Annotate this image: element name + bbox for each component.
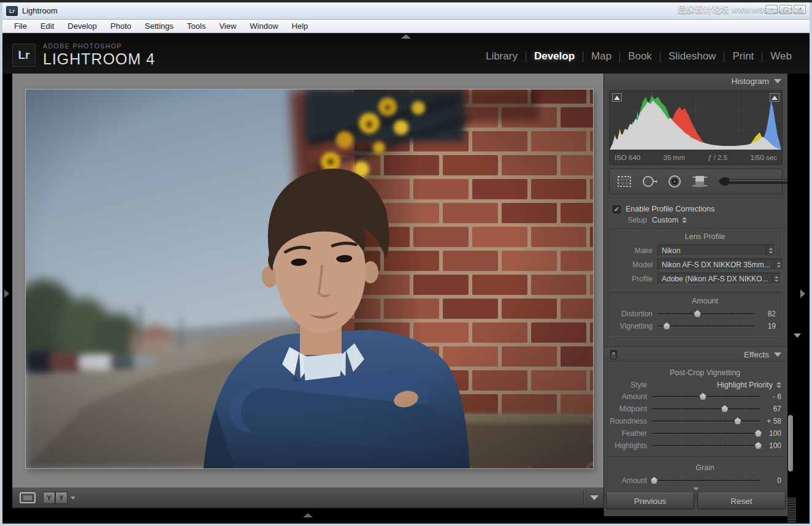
- exif-iso: ISO 640: [615, 154, 640, 161]
- menu-item[interactable]: Tools: [180, 20, 212, 32]
- slider-value: 0: [760, 476, 781, 485]
- slider-value: 82: [755, 310, 776, 318]
- field-label: Profile: [610, 275, 657, 283]
- slider-thumb[interactable]: [694, 310, 701, 317]
- panel-scrollbar-thumb[interactable]: [788, 415, 793, 471]
- slider-value: 100: [760, 441, 781, 450]
- before-after-dropdown-icon[interactable]: [71, 497, 75, 500]
- slider-track[interactable]: [652, 429, 760, 438]
- brand-line1: ADOBE PHOTOSHOP: [43, 42, 155, 50]
- right-panel-scroll: Histogram: [604, 74, 787, 487]
- menu-item[interactable]: Develop: [61, 20, 104, 32]
- menu-item[interactable]: Window: [243, 20, 285, 32]
- module-tab[interactable]: Library: [478, 50, 526, 63]
- filmstrip-collapsed[interactable]: [12, 508, 603, 523]
- slider-label: Roundness: [604, 417, 652, 425]
- slider-label: Distortion: [610, 310, 657, 318]
- left-panel-strip[interactable]: [2, 74, 12, 523]
- slider-line: [652, 396, 760, 397]
- slider-row: Roundness + 58: [604, 415, 787, 427]
- loupe-view-icon[interactable]: [20, 492, 36, 503]
- resize-grip[interactable]: [787, 497, 796, 523]
- slider-value: 67: [760, 405, 781, 413]
- top-header: Lr ADOBE PHOTOSHOP LIGHTROOM 4 LibraryDe…: [2, 33, 810, 74]
- slider-label: Feather: [604, 429, 652, 438]
- histogram-panel[interactable]: ISO 640 35 mm ƒ / 2.5 1/50 sec: [609, 90, 783, 165]
- slider-track[interactable]: [652, 417, 760, 425]
- shadow-clipping-icon[interactable]: [612, 93, 622, 102]
- histogram-chart[interactable]: [610, 91, 781, 150]
- graduated-filter-icon[interactable]: [692, 174, 708, 189]
- menu-item[interactable]: Help: [285, 20, 315, 32]
- hide-right-panel-icon[interactable]: [800, 289, 805, 298]
- setup-dropdown[interactable]: Custom: [652, 216, 687, 224]
- module-tab[interactable]: Slideshow: [661, 50, 724, 63]
- slider-thumb[interactable]: [664, 322, 670, 329]
- stepper-icon[interactable]: [682, 217, 687, 223]
- slider-label: Midpoint: [604, 405, 652, 413]
- field-dropdown[interactable]: Nikon: [657, 245, 776, 256]
- effects-panel-toggle-icon[interactable]: [610, 350, 617, 359]
- menu-item[interactable]: File: [7, 20, 34, 32]
- module-tab[interactable]: Develop: [526, 50, 583, 63]
- menu-item[interactable]: Photo: [104, 20, 138, 32]
- field-dropdown[interactable]: Nikon AF-S DX NIKKOR 35mm...: [657, 259, 784, 270]
- slider-line: [652, 445, 760, 446]
- slider-track[interactable]: [652, 392, 760, 401]
- stepper-icon[interactable]: [772, 273, 781, 284]
- effects-collapse-icon[interactable]: [774, 353, 781, 357]
- window-title: Lightroom: [22, 6, 58, 15]
- menu-item[interactable]: Edit: [34, 20, 61, 32]
- slider-track[interactable]: [657, 322, 755, 330]
- toolbar-options-caret-icon[interactable]: [590, 495, 599, 500]
- stepper-icon[interactable]: [776, 382, 781, 388]
- slider-thumb[interactable]: [700, 393, 707, 400]
- slider-thumb[interactable]: [651, 477, 657, 484]
- module-tab[interactable]: Map: [583, 50, 619, 63]
- stepper-icon[interactable]: [774, 259, 783, 270]
- show-filmstrip-icon[interactable]: [303, 513, 313, 517]
- grain-title: Grain: [604, 461, 787, 475]
- effects-header[interactable]: Effects: [604, 346, 787, 362]
- lens-profile-field: Model Nikon AF-S DX NIKKOR 35mm...: [610, 257, 782, 272]
- enable-profile-corrections-checkbox[interactable]: [613, 205, 621, 213]
- slider-value: 100: [760, 429, 781, 438]
- show-left-panel-icon[interactable]: [4, 289, 9, 298]
- slider-row: Distortion 82: [610, 308, 782, 320]
- stepper-icon[interactable]: [766, 245, 775, 256]
- reset-button[interactable]: Reset: [697, 493, 786, 509]
- crop-overlay-icon[interactable]: [617, 174, 632, 189]
- previous-button[interactable]: Previous: [606, 493, 694, 509]
- highlight-clipping-icon[interactable]: [770, 93, 779, 102]
- before-after-left-icon[interactable]: Y: [43, 492, 55, 504]
- panel-scroll-more-icon[interactable]: [693, 487, 699, 490]
- red-eye-correction-icon[interactable]: [667, 174, 682, 189]
- title-bar[interactable]: Lr Lightroom — ▢ ✕ 思缘设计论坛 WWW.MISSYUAN.C…: [2, 2, 810, 20]
- scroll-down-icon[interactable]: [794, 334, 801, 338]
- module-tab[interactable]: Book: [620, 50, 660, 63]
- field-label: Make: [610, 246, 657, 255]
- menu-item[interactable]: Settings: [138, 20, 180, 32]
- photo-preview[interactable]: [26, 90, 593, 468]
- brand: Lr ADOBE PHOTOSHOP LIGHTROOM 4: [12, 42, 155, 68]
- before-after-right-icon[interactable]: Y: [55, 492, 67, 504]
- style-dropdown[interactable]: Highlight Priority: [652, 381, 781, 389]
- collapse-top-panel-icon[interactable]: [401, 34, 411, 39]
- field-dropdown[interactable]: Adobe (Nikon AF-S DX NIKKO...: [657, 273, 781, 284]
- slider-thumb[interactable]: [721, 405, 728, 412]
- histogram-collapse-icon[interactable]: [774, 79, 781, 83]
- slider-track[interactable]: [652, 476, 760, 485]
- spot-removal-icon[interactable]: [642, 174, 657, 189]
- exif-focal-length: 35 mm: [664, 154, 685, 161]
- lens-corrections-section: Enable Profile Corrections Setup Custom: [604, 198, 787, 344]
- slider-thumb[interactable]: [734, 417, 741, 424]
- menu-item[interactable]: View: [212, 20, 243, 32]
- develop-canvas: [12, 74, 603, 487]
- slider-track[interactable]: [652, 405, 760, 413]
- adjustment-brush-icon[interactable]: [718, 175, 787, 188]
- histogram-header[interactable]: Histogram: [604, 74, 787, 89]
- module-tab[interactable]: Print: [724, 50, 762, 63]
- slider-track[interactable]: [652, 441, 760, 450]
- module-tab[interactable]: Web: [762, 50, 800, 63]
- slider-track[interactable]: [657, 310, 755, 318]
